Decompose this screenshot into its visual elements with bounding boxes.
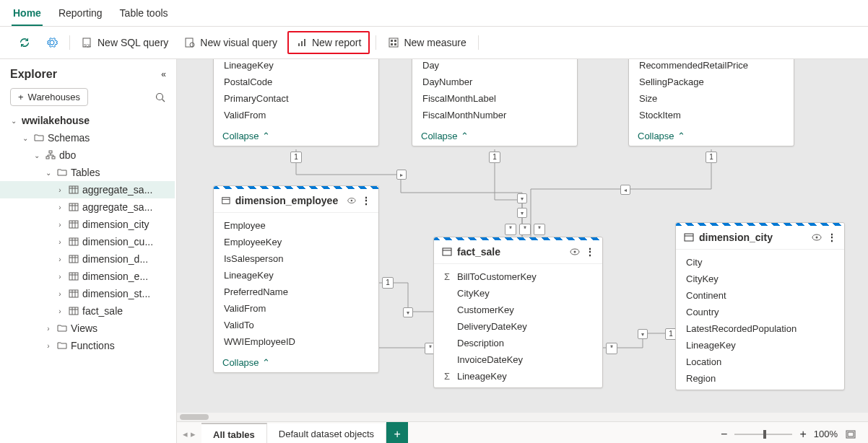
more-icon[interactable]: ⋮: [361, 195, 371, 206]
chevron-up-icon: ⌃: [461, 131, 469, 141]
tree-item-label: aggregate_sa...: [82, 184, 152, 196]
relationship-node[interactable]: ▾: [638, 329, 648, 339]
entity-card[interactable]: Day DayNumber FiscalMonthLabel FiscalMon…: [412, 59, 578, 146]
tree-functions[interactable]: › Functions: [0, 337, 175, 354]
entity-title: dimension_city: [699, 232, 773, 243]
folder-icon: [56, 323, 68, 334]
field: CityKey: [676, 271, 844, 287]
field: Day: [412, 59, 577, 74]
tab-table-tools[interactable]: Table tools: [118, 3, 170, 26]
new-sql-label: New SQL query: [97, 37, 168, 48]
new-report-button[interactable]: New report: [289, 32, 368, 53]
tree-table-item[interactable]: ›dimension_d...: [0, 250, 175, 268]
svg-rect-37: [69, 255, 78, 263]
visibility-icon[interactable]: [811, 232, 823, 243]
tree-table-item[interactable]: ›dimension_st...: [0, 285, 175, 302]
chevron-up-icon: ⌃: [677, 131, 685, 141]
refresh-button[interactable]: [12, 32, 38, 53]
tree-table-item[interactable]: ›dimension_city: [0, 216, 175, 233]
tab-home[interactable]: Home: [12, 3, 43, 26]
entity-dimension-city[interactable]: dimension_city ⋮ City CityKey Continent …: [675, 222, 845, 390]
svg-rect-8: [391, 40, 393, 42]
warehouses-button[interactable]: + Warehouses: [10, 88, 88, 106]
relationship-node[interactable]: ◂: [620, 185, 630, 195]
relationship-node[interactable]: ▸: [396, 170, 407, 180]
tree-tables[interactable]: ⌄ Tables: [0, 164, 175, 181]
svg-text:SQL: SQL: [84, 43, 91, 48]
more-icon[interactable]: ⋮: [827, 232, 837, 243]
search-icon[interactable]: [155, 92, 166, 103]
tree-item-label: dimension_cu...: [82, 236, 153, 247]
tree-table-item[interactable]: › aggregate_sa...: [0, 181, 175, 198]
chevron-down-icon: ⌄: [9, 117, 19, 125]
visual-query-icon: [184, 37, 196, 48]
tree-root[interactable]: ⌄ wwilakehouse: [0, 112, 175, 129]
entity-card[interactable]: RecommendedRetailPrice SellingPackage Si…: [628, 59, 794, 146]
zoom-slider[interactable]: [734, 434, 792, 435]
tree-table-item[interactable]: ›dimension_cu...: [0, 233, 175, 250]
gear-icon: [46, 37, 58, 48]
entity-card[interactable]: LineageKey PostalCode PrimaryContact Val…: [213, 59, 379, 146]
tree-root-label: wwilakehouse: [22, 115, 90, 126]
field: PreferredName: [214, 284, 378, 300]
tree-views-label: Views: [71, 323, 97, 334]
toolbar: SQL New SQL query New visual query New r…: [0, 27, 868, 59]
collapse-link[interactable]: Collapse⌃: [214, 353, 378, 372]
horizontal-scrollbar[interactable]: [177, 413, 868, 421]
field: LatestRecordedPopulation: [676, 320, 844, 337]
svg-rect-10: [391, 43, 393, 45]
zoom-in-button[interactable]: +: [799, 428, 806, 441]
svg-rect-14: [49, 151, 52, 153]
svg-point-76: [351, 200, 353, 202]
new-visual-query-button[interactable]: New visual query: [177, 32, 285, 53]
visibility-icon[interactable]: [347, 195, 357, 206]
add-tab-button[interactable]: +: [386, 422, 408, 443]
fit-to-screen-icon[interactable]: [845, 429, 856, 440]
new-sql-query-button[interactable]: SQL New SQL query: [74, 32, 175, 53]
new-measure-button[interactable]: New measure: [381, 32, 473, 53]
entity-dimension-employee[interactable]: dimension_employee ⋮ Employee EmployeeKe…: [213, 185, 379, 373]
footer-tab-default-dataset[interactable]: Default dataset objects: [267, 424, 386, 443]
table-icon: [68, 184, 79, 196]
collapse-explorer-icon[interactable]: «: [161, 69, 166, 79]
field: CityKey: [434, 285, 602, 302]
relationship-node[interactable]: ▾: [517, 208, 527, 218]
chevron-right-icon: ›: [43, 325, 53, 333]
folder-icon: [33, 132, 45, 144]
cardinality-one: 1: [706, 152, 717, 163]
entity-fact-sale[interactable]: fact_sale ⋮ ΣBillToCustomerKey CityKey C…: [433, 237, 603, 388]
svg-rect-73: [222, 198, 230, 204]
tab-nav-arrows[interactable]: ◂▸: [177, 429, 201, 439]
relationship-node[interactable]: ▾: [403, 307, 413, 317]
tree-schemas[interactable]: ⌄ Schemas: [0, 129, 175, 146]
explorer-title: Explorer: [10, 68, 57, 81]
relationship-node[interactable]: ▾: [517, 193, 527, 203]
field: Region: [676, 370, 844, 387]
settings-button[interactable]: [39, 32, 65, 53]
tree-table-item[interactable]: ›aggregate_sa...: [0, 198, 175, 216]
field: ΣLineageKey: [434, 368, 602, 385]
visibility-icon[interactable]: [569, 246, 581, 258]
tree-views[interactable]: › Views: [0, 320, 175, 337]
field: Employee: [214, 217, 378, 234]
collapse-link[interactable]: Collapse⌃: [214, 126, 378, 146]
svg-point-12: [157, 93, 163, 100]
table-icon: [68, 253, 79, 265]
tree-table-item[interactable]: ›fact_sale: [0, 302, 175, 320]
model-canvas[interactable]: LineageKey PostalCode PrimaryContact Val…: [177, 59, 868, 443]
explorer-tree: ⌄ wwilakehouse ⌄ Schemas ⌄ dbo ⌄ Tables …: [0, 112, 176, 440]
tree-dbo[interactable]: ⌄ dbo: [0, 146, 175, 164]
zoom-out-button[interactable]: −: [721, 428, 727, 441]
tree-table-item[interactable]: ›dimension_e...: [0, 268, 175, 285]
field: Continent: [676, 287, 844, 304]
collapse-link[interactable]: Collapse⌃: [412, 126, 577, 146]
footer-tab-all-tables[interactable]: All tables: [201, 423, 267, 444]
folder-icon: [56, 167, 68, 178]
field: ValidFrom: [214, 300, 378, 317]
field: PrimaryContact: [214, 90, 378, 107]
collapse-link[interactable]: Collapse⌃: [629, 126, 794, 146]
sql-icon: SQL: [82, 37, 93, 48]
more-icon[interactable]: ⋮: [585, 246, 595, 258]
svg-rect-25: [69, 203, 78, 211]
tab-reporting[interactable]: Reporting: [57, 3, 104, 26]
